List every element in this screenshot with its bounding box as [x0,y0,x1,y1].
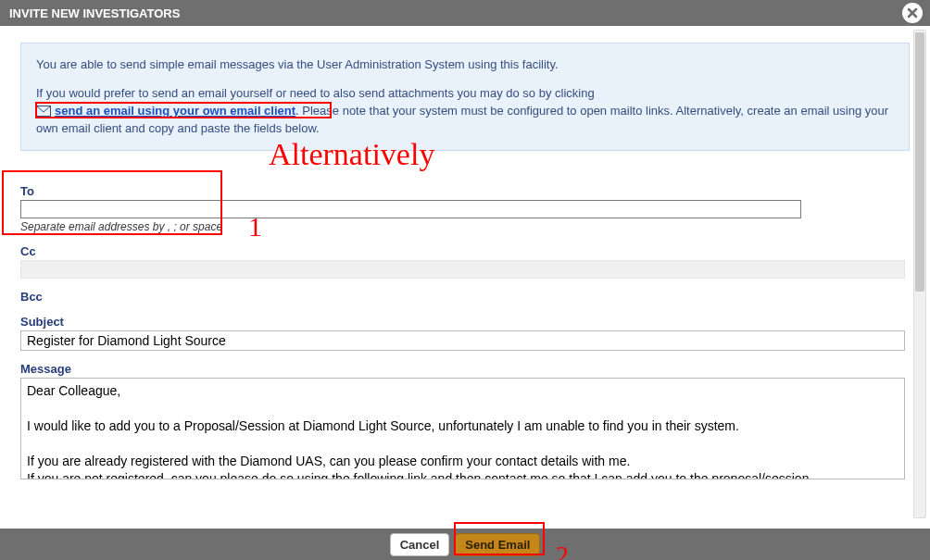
subject-input[interactable] [20,330,905,351]
to-label: To [20,184,910,198]
cc-group: Cc [20,244,910,279]
mailto-link[interactable]: send an email using your own email clien… [55,104,295,118]
dialog-body: You are able to send simple email messag… [0,26,930,529]
bcc-group: Bcc [20,290,910,304]
invite-dialog: INVITE NEW INVESTIGATORS You are able to… [0,0,930,560]
info-box: You are able to send simple email messag… [20,43,910,151]
cancel-button[interactable]: Cancel [390,533,450,556]
dialog-titlebar: INVITE NEW INVESTIGATORS [0,0,930,26]
cc-input[interactable] [20,260,905,279]
dialog-footer: Cancel Send Email [0,529,930,560]
info-line2: If you would prefer to send an email you… [36,85,894,138]
dialog-title: INVITE NEW INVESTIGATORS [9,6,180,20]
close-icon[interactable] [902,3,923,23]
to-input[interactable] [20,200,801,218]
subject-label: Subject [20,315,910,329]
send-email-button[interactable]: Send Email [455,533,540,556]
mail-icon [36,106,51,117]
info-line2a: If you would prefer to send an email you… [36,86,595,100]
message-group: Message [20,362,910,482]
body-scrollbar[interactable] [913,30,926,518]
to-group: To Separate email addresses by , ; or sp… [20,184,910,233]
scroll-thumb[interactable] [915,32,924,292]
bcc-label: Bcc [20,290,910,304]
message-label: Message [20,362,910,376]
message-textarea[interactable] [20,378,905,479]
cc-label: Cc [20,244,910,258]
subject-group: Subject [20,315,910,351]
info-line1: You are able to send simple email messag… [36,56,894,74]
to-hint: Separate email addresses by , ; or space [20,220,910,233]
